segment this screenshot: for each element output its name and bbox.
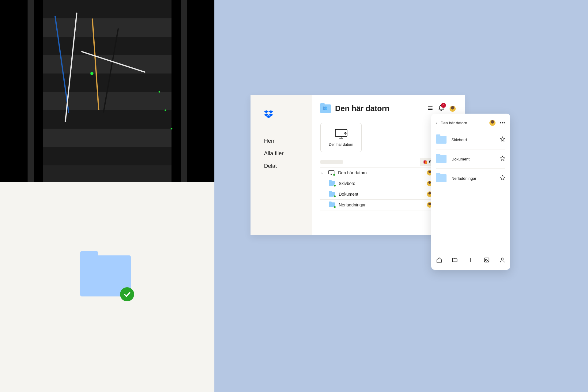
svg-point-21 <box>501 258 503 260</box>
mobile-bottom-nav <box>431 252 510 270</box>
nav-home-icon[interactable] <box>436 257 442 264</box>
sync-check-icon <box>120 287 134 301</box>
svg-point-20 <box>485 259 486 260</box>
folder-icon <box>436 155 447 163</box>
folder-icon <box>329 181 335 186</box>
folder-icon <box>329 192 335 197</box>
mobile-app-window: ‹ Den här datorn ••• Skivbord Dokument <box>431 114 510 270</box>
svg-marker-0 <box>264 110 269 113</box>
star-button[interactable] <box>500 175 505 182</box>
user-avatar[interactable] <box>489 119 496 126</box>
row-name: Nerladdningar <box>451 176 477 181</box>
row-name: Skivbord <box>451 138 467 142</box>
more-button[interactable]: ••• <box>500 120 505 125</box>
nav-home[interactable]: Hem <box>251 135 312 147</box>
row-name: Dokument <box>451 157 469 161</box>
server-rack-photo <box>0 0 214 182</box>
right-panel: Hem Alla filer Delat Den här datorn 3 <box>214 0 588 392</box>
nav-all-files[interactable]: Alla filer <box>251 147 312 160</box>
nav-account-icon[interactable] <box>499 257 505 264</box>
notification-count-badge: 3 <box>441 103 446 108</box>
star-button[interactable] <box>500 136 505 143</box>
nav-files-icon[interactable] <box>452 257 458 264</box>
svg-marker-15 <box>500 156 505 161</box>
star-button[interactable] <box>500 156 505 162</box>
svg-marker-1 <box>269 110 273 113</box>
expand-caret-icon[interactable]: ▸ <box>322 171 325 175</box>
svg-marker-14 <box>500 137 505 141</box>
folder-icon <box>436 174 447 182</box>
shared-folder-icon <box>320 104 331 113</box>
nav-add-icon[interactable] <box>468 257 474 264</box>
create-icon <box>423 160 427 164</box>
user-avatar[interactable] <box>449 105 456 112</box>
svg-rect-11 <box>329 171 334 174</box>
page-title: Den här datorn <box>335 104 390 113</box>
mobile-row-downloads[interactable]: Nerladdningar <box>436 169 505 188</box>
left-panel <box>0 0 214 392</box>
nav-photos-icon[interactable] <box>484 257 490 264</box>
folder-icon <box>436 136 447 144</box>
mobile-row-documents[interactable]: Dokument <box>436 149 505 169</box>
dropbox-logo-icon <box>264 110 273 119</box>
row-name: Skivbord <box>339 181 355 186</box>
row-name: Den här datorn <box>338 170 367 175</box>
row-name: Nerladdningar <box>339 202 366 207</box>
mobile-title: Den här datorn <box>441 121 467 125</box>
folder-icon <box>329 202 335 207</box>
row-name: Dokument <box>339 192 358 197</box>
monitor-upload-icon <box>334 128 348 139</box>
nav-shared[interactable]: Delat <box>251 160 312 172</box>
menu-icon[interactable] <box>427 105 434 113</box>
notifications-button[interactable]: 3 <box>438 105 445 113</box>
svg-marker-16 <box>500 175 505 180</box>
card-label: Den här datorn <box>329 142 353 147</box>
computer-icon <box>328 170 334 175</box>
mobile-row-desktop[interactable]: Skivbord <box>436 130 505 149</box>
sidebar: Hem Alla filer Delat <box>251 95 312 235</box>
this-computer-card[interactable]: Den här datorn <box>320 123 362 152</box>
mobile-folder-list: Skivbord Dokument Nerladdningar <box>431 130 510 188</box>
toolbar-placeholder <box>320 160 343 164</box>
synced-folder-illustration <box>80 251 131 296</box>
back-button[interactable]: ‹ <box>436 120 438 125</box>
